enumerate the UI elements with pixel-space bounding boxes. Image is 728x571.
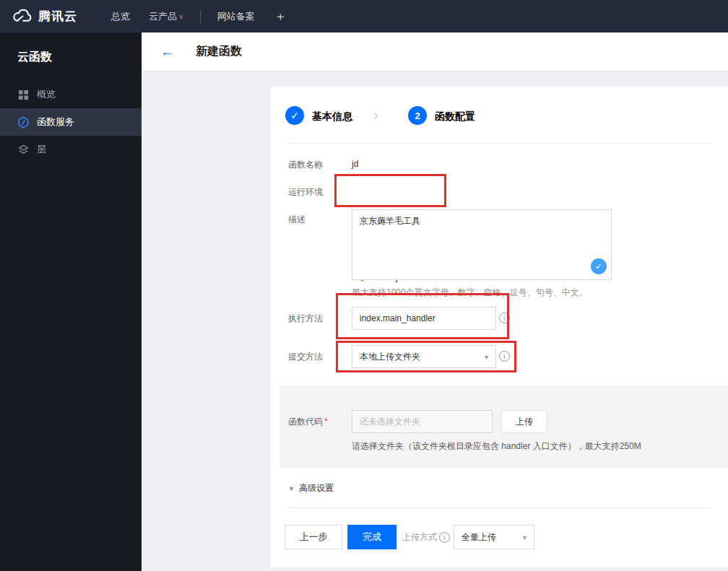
function-name-value: jd bbox=[352, 159, 358, 169]
create-function-panel: ✓ 基本信息 › 2 函数配置 函数名称 jd 运行环境 js bbox=[271, 87, 728, 567]
handler-input[interactable] bbox=[352, 307, 496, 330]
sidebar-item-overview[interactable]: 概览 bbox=[0, 81, 142, 108]
submit-method-label: 提交方法 bbox=[288, 351, 323, 363]
finish-button[interactable]: 完成 bbox=[347, 525, 396, 549]
function-code-label: 函数代码* bbox=[288, 416, 328, 428]
back-arrow-icon[interactable]: ← bbox=[160, 45, 174, 58]
function-name-label: 函数名称 bbox=[288, 159, 323, 171]
chevron-down-icon: ▾ bbox=[485, 353, 488, 361]
function-code-hint: 请选择文件夹（该文件夹根目录应包含 handler 入口文件），最大支持250M bbox=[352, 440, 641, 453]
nav-item-overview[interactable]: 总览 bbox=[102, 0, 139, 32]
required-asterisk: * bbox=[324, 417, 328, 427]
sidebar-item-layers[interactable]: 层 bbox=[0, 136, 142, 163]
handler-info-icon[interactable]: i bbox=[499, 313, 510, 323]
step2-circle: 2 bbox=[408, 106, 427, 125]
advanced-settings-label: 高级设置 bbox=[299, 482, 334, 494]
upload-button[interactable]: 上传 bbox=[501, 410, 547, 433]
annotation-box-runtime bbox=[334, 174, 446, 207]
chevron-down-icon: ˅ bbox=[179, 13, 183, 21]
layers-icon bbox=[17, 144, 30, 156]
function-service-icon bbox=[17, 116, 30, 128]
submit-method-select[interactable]: 本地上传文件夹 ▾ bbox=[352, 345, 496, 368]
step2-label: 函数配置 bbox=[435, 110, 475, 123]
upload-mode-info-icon[interactable]: i bbox=[439, 532, 450, 543]
nav-divider bbox=[200, 10, 201, 23]
page-header: ← 新建函数 bbox=[142, 32, 728, 71]
nav-menu: 总览 云产品˅ 网站备案 ＋ bbox=[102, 0, 297, 32]
previous-step-button[interactable]: 上一步 bbox=[285, 525, 342, 549]
check-icon: ✓ bbox=[290, 110, 299, 121]
step1-circle: ✓ bbox=[285, 106, 304, 125]
handler-label: 执行方法 bbox=[288, 313, 323, 325]
submit-method-value: 本地上传文件夹 bbox=[360, 351, 420, 363]
submit-method-info-icon[interactable]: i bbox=[499, 351, 510, 362]
sidebar-title: 云函数 bbox=[0, 32, 142, 75]
grid-icon bbox=[17, 89, 30, 101]
sidebar: 云函数 概览 bbox=[0, 32, 142, 571]
description-text: 京东薅羊毛工具 bbox=[360, 216, 420, 226]
step-chevron-icon: › bbox=[373, 107, 378, 123]
footer-divider bbox=[288, 507, 711, 508]
content-area: ✓ 基本信息 › 2 函数配置 函数名称 jd 运行环境 js bbox=[142, 71, 728, 571]
folder-path-input[interactable] bbox=[352, 410, 493, 433]
step1-label: 基本信息 bbox=[312, 110, 352, 123]
valid-check-icon: ✓ bbox=[591, 258, 607, 274]
runtime-label: 运行环境 bbox=[288, 186, 323, 199]
brand-name: 腾讯云 bbox=[38, 8, 77, 25]
tencent-cloud-logo[interactable]: 腾讯云 bbox=[10, 8, 77, 25]
triangle-down-icon: ▼ bbox=[288, 485, 295, 492]
steps-divider bbox=[288, 143, 711, 144]
description-label: 描述 bbox=[288, 214, 306, 226]
chevron-down-icon: ▾ bbox=[523, 533, 526, 541]
sidebar-item-label: 层 bbox=[37, 143, 46, 156]
advanced-settings-toggle[interactable]: ▼ 高级设置 bbox=[288, 482, 334, 494]
sidebar-item-function-service[interactable]: 函数服务 bbox=[0, 108, 142, 136]
top-navbar: 腾讯云 总览 云产品˅ 网站备案 ＋ bbox=[0, 0, 728, 32]
cloud-logo-icon bbox=[10, 9, 32, 25]
upload-mode-value: 全量上传 bbox=[462, 531, 496, 544]
upload-mode-label: 上传方式 i bbox=[402, 531, 450, 544]
upload-mode-select[interactable]: 全量上传 ▾ bbox=[454, 525, 534, 549]
sidebar-item-label: 函数服务 bbox=[37, 115, 74, 128]
nav-item-products[interactable]: 云产品˅ bbox=[139, 0, 193, 32]
sidebar-item-label: 概览 bbox=[37, 88, 56, 101]
page-title: 新建函数 bbox=[196, 44, 242, 59]
add-tab-button[interactable]: ＋ bbox=[264, 8, 297, 25]
description-textarea[interactable]: 京东薅羊毛工具 bbox=[352, 209, 612, 280]
nav-item-icp[interactable]: 网站备案 bbox=[208, 0, 264, 32]
description-hint: 最大支持1000个英文字母、数字、空格、逗号、句号、中文。 bbox=[352, 287, 588, 299]
